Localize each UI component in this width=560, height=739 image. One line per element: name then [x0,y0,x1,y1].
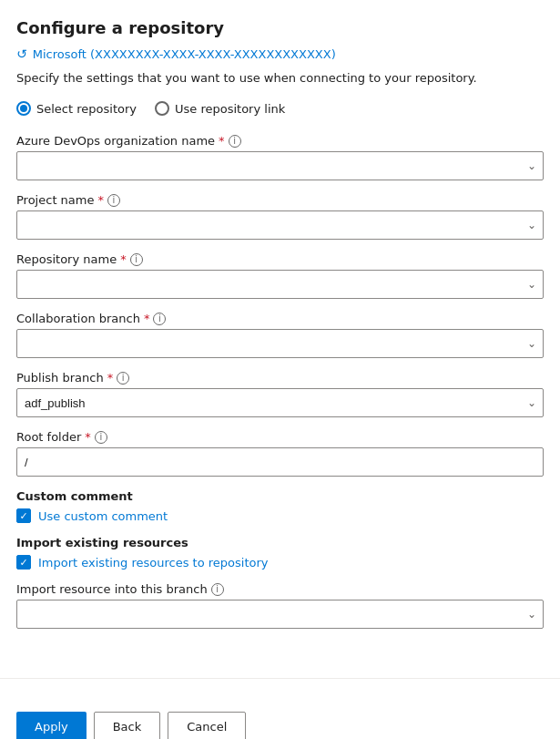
required-star: * [219,134,225,148]
main-container: Configure a repository ↺ Microsoft (XXXX… [0,0,560,660]
import-existing-section-label: Import existing resources [16,536,544,549]
import-existing-section: Import existing resources Import existin… [16,536,544,570]
project-name-label: Project name * i [16,193,544,207]
required-star-3: * [120,252,127,266]
collaboration-branch-field: Collaboration branch * i ⌄ [16,312,544,358]
repository-name-info-icon[interactable]: i [130,253,143,266]
radio-select-repository-label: Select repository [36,102,137,116]
custom-comment-checkbox-label: Use custom comment [38,509,168,523]
azure-devops-org-info-icon[interactable]: i [229,135,241,148]
radio-use-link[interactable]: Use repository link [155,101,285,116]
collaboration-branch-label: Collaboration branch * i [16,312,544,325]
azure-devops-org-dropdown-wrapper: ⌄ [16,151,544,180]
import-existing-checkbox-option[interactable]: Import existing resources to repository [16,555,544,570]
refresh-icon[interactable]: ↺ [16,46,27,61]
import-resource-branch-dropdown[interactable] [16,600,544,629]
footer-divider [0,678,560,679]
import-resource-branch-label: Import resource into this branch i [16,582,544,596]
radio-use-link-label: Use repository link [175,102,285,116]
repository-name-dropdown-wrapper: ⌄ [16,270,544,299]
account-text: Microsoft (XXXXXXXX-XXXX-XXXX-XXXXXXXXXX… [33,47,336,61]
page-title: Configure a repository [16,18,544,37]
root-folder-input[interactable] [16,447,544,477]
footer-actions: Apply Back Cancel [0,697,560,739]
publish-branch-dropdown-wrapper: adf_publish ⌄ [16,388,544,417]
collaboration-branch-dropdown-wrapper: ⌄ [16,329,544,358]
project-name-field: Project name * i ⌄ [16,193,544,240]
apply-button[interactable]: Apply [16,712,87,739]
required-star-6: * [85,430,91,444]
project-name-dropdown-wrapper: ⌄ [16,210,544,240]
repository-name-field: Repository name * i ⌄ [16,252,544,299]
azure-devops-org-field: Azure DevOps organization name * i ⌄ [16,134,544,180]
required-star-2: * [97,193,104,207]
project-name-dropdown[interactable] [16,210,544,240]
import-resource-branch-dropdown-wrapper: ⌄ [16,600,544,629]
azure-devops-org-dropdown[interactable] [16,151,544,180]
repository-name-label: Repository name * i [16,252,544,266]
account-row: ↺ Microsoft (XXXXXXXX-XXXX-XXXX-XXXXXXXX… [16,46,544,61]
custom-comment-checkbox[interactable] [16,508,31,523]
repository-name-dropdown[interactable] [16,270,544,299]
custom-comment-section: Custom comment Use custom comment [16,489,544,523]
import-resource-branch-info-icon[interactable]: i [211,583,224,596]
back-button[interactable]: Back [94,712,161,739]
collaboration-branch-dropdown[interactable] [16,329,544,358]
description-text: Specify the settings that you want to us… [16,70,544,87]
publish-branch-dropdown[interactable]: adf_publish [16,388,544,417]
collaboration-branch-info-icon[interactable]: i [153,313,166,325]
custom-comment-checkbox-option[interactable]: Use custom comment [16,508,544,523]
radio-select-repository-indicator [16,101,31,116]
root-folder-label: Root folder * i [16,430,544,444]
radio-group: Select repository Use repository link [16,101,544,116]
required-star-5: * [107,371,114,385]
radio-use-link-indicator [155,101,169,116]
publish-branch-label: Publish branch * i [16,371,544,385]
cancel-button[interactable]: Cancel [168,712,246,739]
import-resource-branch-field: Import resource into this branch i ⌄ [16,582,544,629]
radio-select-repository[interactable]: Select repository [16,101,137,116]
azure-devops-org-label: Azure DevOps organization name * i [16,134,544,148]
root-folder-info-icon[interactable]: i [95,431,107,444]
root-folder-field: Root folder * i [16,430,544,477]
required-star-4: * [144,312,150,325]
publish-branch-field: Publish branch * i adf_publish ⌄ [16,371,544,417]
publish-branch-info-icon[interactable]: i [117,372,129,385]
custom-comment-section-label: Custom comment [16,489,544,503]
import-existing-checkbox[interactable] [16,555,31,570]
project-name-info-icon[interactable]: i [107,194,120,207]
import-existing-checkbox-label: Import existing resources to repository [38,556,269,570]
